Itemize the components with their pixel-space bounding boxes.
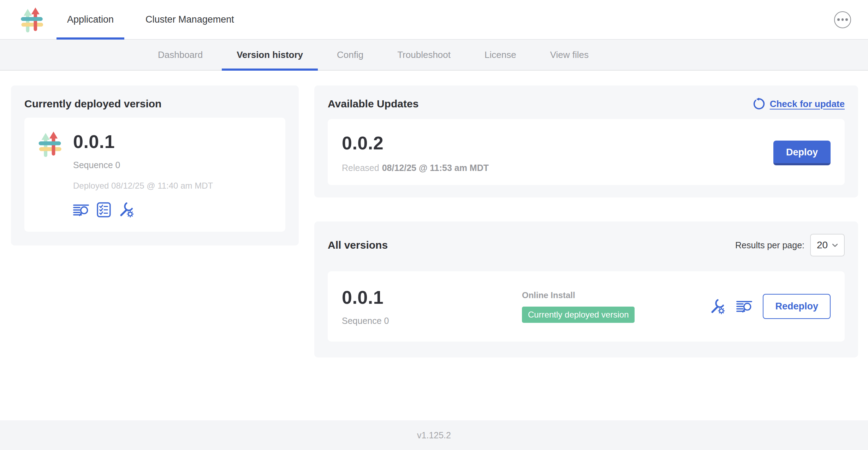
available-update-card: 0.0.2 Released08/12/25 @ 11:53 am MDT De… bbox=[328, 119, 845, 185]
results-per-page-select[interactable]: 20 bbox=[810, 234, 845, 256]
header-tabs: Application Cluster Management bbox=[57, 0, 255, 39]
overflow-menu-button[interactable] bbox=[834, 11, 851, 28]
currently-deployed-panel: Currently deployed version 0.0.1 Sequenc… bbox=[11, 85, 299, 245]
subnav-tabs: Dashboard Version history Config Trouble… bbox=[143, 40, 608, 70]
tab-troubleshoot[interactable]: Troubleshoot bbox=[382, 40, 465, 70]
results-per-page-label: Results per page: bbox=[735, 240, 804, 250]
console-version: v1.125.2 bbox=[417, 430, 451, 440]
edit-config-icon[interactable] bbox=[710, 298, 726, 315]
release-notes-icon[interactable] bbox=[736, 300, 752, 313]
all-versions-title: All versions bbox=[328, 239, 388, 251]
row-install-info: Online Install Currently deployed versio… bbox=[522, 290, 635, 323]
deployed-timestamp: Deployed 08/12/25 @ 11:40 am MDT bbox=[73, 181, 213, 191]
update-released-line: Released08/12/25 @ 11:53 am MDT bbox=[342, 163, 489, 173]
refresh-icon bbox=[753, 98, 765, 110]
available-updates-panel: Available Updates Check for update 0.0.2… bbox=[314, 85, 858, 197]
tab-version-history[interactable]: Version history bbox=[222, 40, 318, 70]
tab-config[interactable]: Config bbox=[322, 40, 378, 70]
currently-deployed-badge: Currently deployed version bbox=[522, 307, 635, 323]
app-logo bbox=[0, 0, 45, 39]
ellipsis-icon bbox=[837, 18, 840, 21]
preflight-checks-icon[interactable] bbox=[97, 202, 111, 218]
ellipsis-icon bbox=[845, 18, 848, 21]
row-actions: Redeploy bbox=[710, 294, 831, 319]
update-details: 0.0.2 Released08/12/25 @ 11:53 am MDT bbox=[342, 132, 489, 173]
check-for-update-label: Check for update bbox=[770, 99, 845, 109]
deployed-version-actions bbox=[73, 201, 213, 218]
app-footer: v1.125.2 bbox=[0, 420, 868, 450]
app-subnav: Dashboard Version history Config Trouble… bbox=[0, 40, 868, 71]
deployed-panel-title: Currently deployed version bbox=[24, 98, 285, 110]
check-for-update-link[interactable]: Check for update bbox=[753, 98, 845, 110]
row-sequence: Sequence 0 bbox=[342, 316, 522, 326]
version-row: 0.0.1 Sequence 0 Online Install Currentl… bbox=[328, 271, 845, 342]
all-versions-panel: All versions Results per page: 20 0.0.1 … bbox=[314, 221, 858, 357]
install-type-label: Online Install bbox=[522, 290, 635, 300]
main-content: Currently deployed version 0.0.1 Sequenc… bbox=[0, 71, 868, 420]
app-header: Application Cluster Management bbox=[0, 0, 868, 40]
deployed-version-details: 0.0.1 Sequence 0 Deployed 08/12/25 @ 11:… bbox=[73, 131, 213, 218]
right-column: Available Updates Check for update 0.0.2… bbox=[314, 85, 858, 357]
redeploy-button[interactable]: Redeploy bbox=[763, 294, 831, 319]
edit-config-icon[interactable] bbox=[119, 201, 135, 218]
deployed-sequence: Sequence 0 bbox=[73, 160, 213, 170]
tab-dashboard[interactable]: Dashboard bbox=[143, 40, 218, 70]
row-version-details: 0.0.1 Sequence 0 bbox=[342, 287, 522, 326]
app-logo-icon bbox=[36, 131, 63, 157]
available-updates-header: Available Updates Check for update bbox=[328, 98, 845, 110]
header-tab-application[interactable]: Application bbox=[57, 0, 124, 39]
released-prefix: Released bbox=[342, 163, 379, 173]
row-version-number: 0.0.1 bbox=[342, 287, 522, 308]
tab-view-files[interactable]: View files bbox=[535, 40, 604, 70]
all-versions-header: All versions Results per page: 20 bbox=[328, 234, 845, 256]
update-version-number: 0.0.2 bbox=[342, 132, 489, 154]
deploy-button[interactable]: Deploy bbox=[773, 141, 831, 165]
deployed-version-number: 0.0.1 bbox=[73, 131, 213, 152]
deployed-version-card: 0.0.1 Sequence 0 Deployed 08/12/25 @ 11:… bbox=[24, 118, 285, 232]
results-per-page: Results per page: 20 bbox=[735, 234, 845, 256]
results-per-page-value: 20 bbox=[817, 239, 828, 251]
chevron-down-icon bbox=[832, 243, 838, 247]
ellipsis-icon bbox=[842, 18, 844, 21]
release-notes-icon[interactable] bbox=[73, 203, 89, 217]
app-logo-icon bbox=[18, 7, 45, 32]
tab-license[interactable]: License bbox=[470, 40, 531, 70]
available-updates-title: Available Updates bbox=[328, 98, 418, 110]
header-tab-cluster-management[interactable]: Cluster Management bbox=[135, 0, 245, 39]
released-timestamp: 08/12/25 @ 11:53 am MDT bbox=[382, 163, 489, 173]
